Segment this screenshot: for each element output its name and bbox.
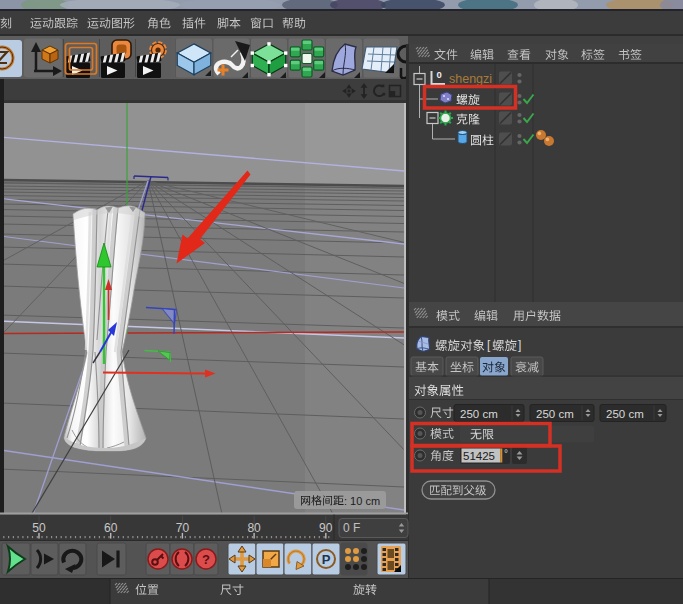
svg-text:: 10 cm: : 10 cm xyxy=(344,495,380,507)
svg-text:50: 50 xyxy=(32,521,46,535)
svg-text:250 cm: 250 cm xyxy=(606,408,644,420)
svg-text:°: ° xyxy=(504,448,508,459)
svg-text:60: 60 xyxy=(104,521,118,535)
svg-text:]: ] xyxy=(518,338,521,352)
svg-text:70: 70 xyxy=(176,521,190,535)
svg-text:250 cm: 250 cm xyxy=(460,408,498,420)
svg-text:80: 80 xyxy=(247,521,261,535)
svg-text:P: P xyxy=(322,552,331,567)
svg-text:?: ? xyxy=(202,552,210,567)
svg-text:51425: 51425 xyxy=(463,450,495,462)
svg-text:90: 90 xyxy=(319,521,333,535)
svg-text:0 F: 0 F xyxy=(343,521,360,535)
svg-text:shengzi: shengzi xyxy=(449,72,492,86)
svg-text:250 cm: 250 cm xyxy=(536,408,574,420)
svg-text:0: 0 xyxy=(437,69,442,80)
